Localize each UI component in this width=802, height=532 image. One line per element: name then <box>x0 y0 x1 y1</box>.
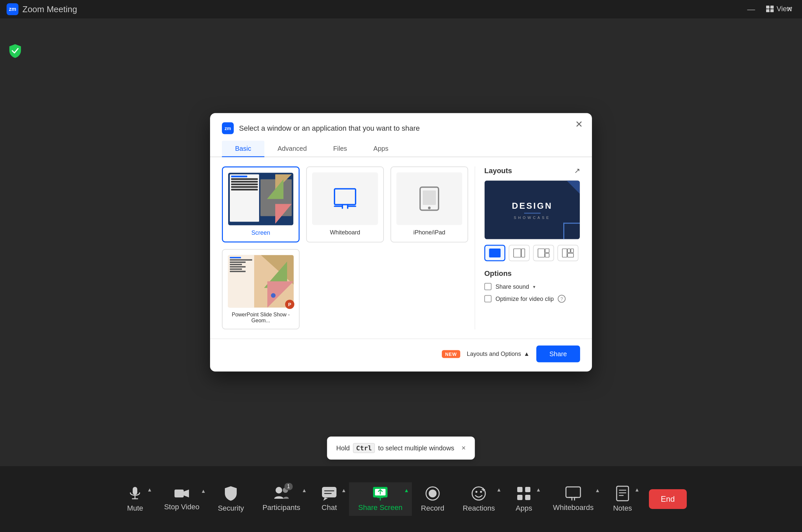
toolbar-item-mute[interactable]: ▲ Mute <box>115 482 155 516</box>
svg-point-39 <box>480 491 482 493</box>
minimize-button[interactable]: — <box>745 3 758 15</box>
stop-video-label: Stop Video <box>164 503 199 511</box>
share-screen-modal: zm Select a window or an application tha… <box>210 113 592 372</box>
layout-option-3[interactable] <box>533 245 554 261</box>
optimize-video-checkbox[interactable] <box>484 295 492 303</box>
svg-rect-20 <box>571 249 574 253</box>
modal-header: zm Select a window or an application tha… <box>210 113 592 134</box>
whiteboard-preview <box>312 172 378 225</box>
mic-icon <box>127 486 143 501</box>
toolbar-item-apps[interactable]: ▲ Apps <box>504 482 543 516</box>
toolbar-item-notes[interactable]: ▲ Notes <box>603 482 642 516</box>
share-screen-icon <box>373 486 388 501</box>
view-label: View <box>777 5 792 13</box>
tooltip-rest-text: to select multiple windows <box>378 444 454 452</box>
share-item-ipad[interactable]: iPhone/iPad <box>390 167 468 243</box>
share-sound-checkbox[interactable] <box>484 283 492 290</box>
layout-option-1[interactable] <box>484 245 505 261</box>
share-sound-option: Share sound ▾ <box>484 283 580 290</box>
tab-advanced[interactable]: Advanced <box>264 141 320 157</box>
svg-rect-11 <box>423 191 436 205</box>
optimize-video-option: Optimize for video clip ? <box>484 295 580 303</box>
share-item-whiteboard[interactable]: Whiteboard <box>306 167 384 243</box>
ppt-preview <box>228 255 294 308</box>
stop-video-chevron-icon[interactable]: ▲ <box>201 488 206 494</box>
tab-apps[interactable]: Apps <box>360 141 402 157</box>
layout-preview-title: DESIGN <box>512 201 553 211</box>
layouts-title: Layouts <box>484 167 512 175</box>
modal-zoom-logo: zm <box>222 122 234 134</box>
reactions-chevron-icon[interactable]: ▲ <box>496 487 502 493</box>
share-screen-chevron-icon[interactable]: ▲ <box>404 488 409 493</box>
svg-point-38 <box>475 491 477 493</box>
emoji-icon <box>471 486 486 501</box>
end-button[interactable]: End <box>649 489 687 509</box>
svg-rect-42 <box>517 487 522 492</box>
mute-chevron-icon[interactable]: ▲ <box>147 487 152 493</box>
toolbar-item-participants[interactable]: ▲ 1 Participants <box>253 482 309 516</box>
expand-icon[interactable]: ↗ <box>574 167 580 175</box>
optimize-video-label: Optimize for video clip <box>496 295 554 302</box>
share-item-powerpoint[interactable]: P PowerPoint Slide Show - Geom... <box>222 249 300 329</box>
ipad-preview <box>396 172 462 225</box>
participants-chevron-icon[interactable]: ▲ <box>302 488 307 493</box>
svg-rect-25 <box>174 490 184 497</box>
layouts-options-button[interactable]: Layouts and Options ▲ <box>467 350 530 358</box>
ppt-label: PowerPoint Slide Show - Geom... <box>228 312 294 324</box>
participants-badge: 1 <box>284 483 293 490</box>
notes-label: Notes <box>613 504 632 513</box>
toolbar-item-record[interactable]: Record <box>412 482 454 516</box>
tab-files[interactable]: Files <box>320 141 360 157</box>
security-shield-icon <box>8 43 22 58</box>
svg-rect-18 <box>562 249 567 258</box>
share-sound-dropdown[interactable]: ▾ <box>533 284 535 289</box>
svg-rect-21 <box>568 253 574 258</box>
participants-label: Participants <box>262 504 300 512</box>
layout-options <box>484 245 580 261</box>
toolbar-item-reactions[interactable]: ▲ Reactions <box>454 482 504 516</box>
record-label: Record <box>421 504 444 513</box>
optimize-video-help-icon[interactable]: ? <box>558 295 566 303</box>
modal-footer: NEW Layouts and Options ▲ Share <box>210 339 592 372</box>
tooltip-close-button[interactable]: × <box>462 444 466 452</box>
security-label: Security <box>218 504 244 513</box>
chat-icon <box>321 486 337 501</box>
svg-rect-13 <box>514 249 521 258</box>
main-toolbar: ▲ Mute ▲ Stop Video Security ▲ <box>0 466 802 532</box>
toolbar-item-share-screen[interactable]: ▲ Share Screen <box>349 482 412 516</box>
share-item-screen[interactable]: Screen <box>222 167 300 243</box>
whiteboard-toolbar-icon <box>565 486 581 501</box>
layout-preview: DESIGN SHOWCASE <box>484 180 580 240</box>
svg-point-10 <box>428 207 431 209</box>
layout-option-2[interactable] <box>509 245 530 261</box>
layout-preview-subtitle: SHOWCASE <box>512 215 553 219</box>
main-area: zm Select a window or an application tha… <box>0 18 802 466</box>
tooltip-ctrl-key: Ctrl <box>353 443 375 453</box>
tooltip: Hold Ctrl to select multiple windows × <box>327 437 475 460</box>
apps-chevron-icon[interactable]: ▲ <box>536 487 541 493</box>
notes-chevron-icon[interactable]: ▲ <box>634 487 640 493</box>
toolbar-item-chat[interactable]: ▲ Chat <box>309 482 349 516</box>
svg-rect-46 <box>566 487 580 497</box>
toolbar-item-whiteboards[interactable]: ▲ Whiteboards <box>543 482 603 516</box>
whiteboards-chevron-icon[interactable]: ▲ <box>595 488 600 493</box>
svg-point-36 <box>429 490 437 497</box>
svg-rect-17 <box>545 253 549 258</box>
modal-body: Screen <box>210 157 592 339</box>
reactions-label: Reactions <box>463 504 495 513</box>
apps-grid-icon <box>516 486 532 501</box>
tooltip-hold-text: Hold <box>336 444 350 452</box>
apps-label: Apps <box>516 504 532 513</box>
title-bar: zm Zoom Meeting — □ ✕ <box>0 0 802 18</box>
powerpoint-badge: P <box>285 300 294 309</box>
toolbar-item-security[interactable]: Security <box>209 482 253 516</box>
toolbar-item-stop-video[interactable]: ▲ Stop Video <box>155 483 208 515</box>
share-button[interactable]: Share <box>536 346 580 362</box>
layout-option-4[interactable] <box>557 245 578 261</box>
view-button[interactable]: View <box>766 5 792 13</box>
chat-chevron-icon[interactable]: ▲ <box>341 488 346 493</box>
tab-basic[interactable]: Basic <box>222 141 264 157</box>
svg-rect-51 <box>617 486 629 501</box>
modal-close-button[interactable]: ✕ <box>575 120 583 129</box>
notes-icon <box>615 486 630 501</box>
